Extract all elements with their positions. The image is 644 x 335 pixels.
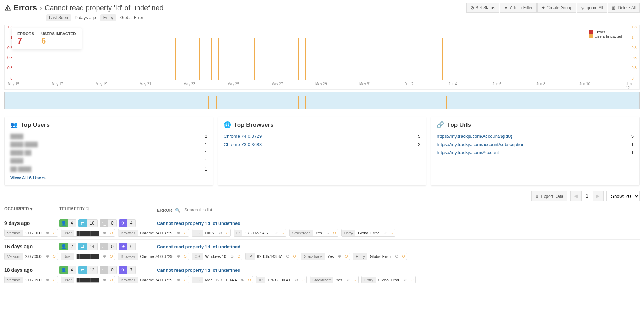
minus-circle-icon[interactable]: ⊖	[51, 276, 58, 283]
col-occurred[interactable]: OCCURRED ▾	[4, 206, 52, 214]
page-size-select[interactable]: Show: 20	[606, 191, 640, 201]
detail-tag: EntryGlobal Error⊕⊖	[361, 276, 416, 283]
chart-plot[interactable]	[13, 25, 629, 80]
plus-circle-icon[interactable]: ⊕	[382, 229, 388, 236]
set-status-button[interactable]: ⊘Set Status	[466, 3, 499, 13]
minus-circle-icon[interactable]: ⊖	[51, 229, 58, 236]
browser-name[interactable]: Chrome 73.0.3683	[224, 142, 262, 147]
url-row[interactable]: https://my.trackjs.com/Account1	[437, 148, 634, 157]
telemetry-badge[interactable]: ›_0	[100, 266, 117, 274]
plus-circle-icon[interactable]: ⊕	[324, 229, 331, 236]
minus-circle-icon[interactable]: ⊖	[300, 276, 306, 283]
plus-circle-icon[interactable]: ⊕	[273, 229, 279, 236]
browser-count: 2	[418, 142, 420, 147]
user-icon: 👤	[59, 243, 68, 250]
error-message-link[interactable]: Cannot read property 'Id' of undefined	[157, 244, 640, 249]
plus-circle-icon[interactable]: ⊕	[44, 276, 51, 283]
minus-circle-icon[interactable]: ⊖	[182, 229, 189, 236]
minus-circle-icon[interactable]: ⊖	[246, 276, 253, 283]
errors-label: ERRORS	[17, 32, 34, 36]
error-message-link[interactable]: Cannot read property 'Id' of undefined	[157, 221, 640, 226]
plus-circle-icon[interactable]: ⊕	[101, 276, 108, 283]
tag-value: Yes	[313, 230, 324, 236]
browser-row[interactable]: Chrome 74.0.37295	[224, 132, 421, 140]
view-all-users-link[interactable]: View All 6 Users	[10, 175, 207, 180]
plus-circle-icon[interactable]: ⊕	[101, 253, 108, 260]
col-telemetry[interactable]: TELEMETRY ⇅	[59, 206, 150, 214]
plus-circle-icon[interactable]: ⊕	[393, 253, 400, 260]
plus-circle-icon[interactable]: ⊕	[175, 276, 182, 283]
plus-circle-icon[interactable]: ⊕	[239, 276, 246, 283]
check-circle-icon: ⊘	[470, 5, 474, 10]
plus-circle-icon[interactable]: ⊕	[175, 253, 182, 260]
minus-circle-icon[interactable]: ⊖	[182, 276, 189, 283]
telemetry-badge[interactable]: ⇄12	[78, 266, 98, 274]
user-row[interactable]: ██ ████1	[10, 165, 207, 173]
telemetry-badge[interactable]: 👤2	[59, 243, 76, 250]
plus-circle-icon[interactable]: ⊕	[44, 253, 51, 260]
url-row[interactable]: https://my.trackjs.com/account/subscript…	[437, 140, 634, 148]
telemetry-badge[interactable]: ✈4	[119, 219, 136, 227]
minus-circle-icon[interactable]: ⊖	[388, 229, 395, 236]
plus-circle-icon[interactable]: ⊕	[229, 253, 235, 260]
minus-circle-icon[interactable]: ⊖	[351, 276, 358, 283]
minus-circle-icon[interactable]: ⊖	[182, 253, 189, 260]
plus-circle-icon[interactable]: ⊕	[402, 276, 409, 283]
plus-circle-icon[interactable]: ⊕	[217, 229, 224, 236]
telemetry-badge[interactable]: ✈7	[119, 266, 136, 274]
minus-circle-icon[interactable]: ⊖	[108, 253, 115, 260]
telemetry-badge[interactable]: ⇄10	[78, 219, 98, 227]
tag-value: Linux	[203, 230, 217, 236]
telemetry-badge[interactable]: ✈6	[119, 243, 136, 250]
minus-circle-icon[interactable]: ⊖	[224, 229, 230, 236]
minus-circle-icon[interactable]: ⊖	[291, 253, 298, 260]
minus-circle-icon[interactable]: ⊖	[108, 276, 115, 283]
minus-circle-icon[interactable]: ⊖	[108, 229, 115, 236]
telemetry-badge[interactable]: ⇄14	[78, 243, 98, 250]
meta-tags: Last Seen 9 days ago Entry Global Error	[46, 14, 640, 21]
minus-circle-icon[interactable]: ⊖	[343, 253, 350, 260]
browser-count: 5	[418, 134, 420, 139]
telemetry-count: 10	[87, 219, 98, 227]
user-row[interactable]: ████ ████1	[10, 140, 207, 148]
plus-circle-icon[interactable]: ⊕	[293, 276, 300, 283]
add-filter-button[interactable]: ▼Add to Filter	[500, 3, 537, 13]
next-page-button[interactable]: ▶	[593, 191, 603, 201]
minus-circle-icon[interactable]: ⊖	[409, 276, 415, 283]
minus-circle-icon[interactable]: ⊖	[400, 253, 407, 260]
plus-circle-icon[interactable]: ⊕	[175, 229, 182, 236]
minus-circle-icon[interactable]: ⊖	[279, 229, 286, 236]
minus-circle-icon[interactable]: ⊖	[331, 229, 338, 236]
plus-circle-icon[interactable]: ⊕	[101, 229, 108, 236]
user-row[interactable]: ████2	[10, 132, 207, 140]
telemetry-badge[interactable]: 👤4	[59, 219, 76, 227]
overview-chart[interactable]	[4, 92, 640, 109]
minus-circle-icon[interactable]: ⊖	[51, 253, 58, 260]
plus-circle-icon[interactable]: ⊕	[336, 253, 343, 260]
tag-key: User	[61, 253, 74, 260]
user-row[interactable]: ████1	[10, 157, 207, 165]
eye-slash-icon: ⦸	[581, 5, 584, 10]
url-text[interactable]: https://my.trackjs.com/Account	[437, 150, 499, 155]
create-group-button[interactable]: ✦Create Group	[537, 3, 577, 13]
plus-circle-icon[interactable]: ⊕	[284, 253, 291, 260]
delete-all-button[interactable]: 🗑Delete All	[608, 3, 640, 13]
url-text[interactable]: https://my.trackjs.com/account/subscript…	[437, 142, 524, 147]
ignore-all-button[interactable]: ⦸Ignore All	[577, 3, 607, 13]
telemetry-badge[interactable]: ›_0	[100, 243, 117, 250]
prev-page-button[interactable]: ◀	[571, 191, 582, 201]
url-row[interactable]: https://my.trackjs.com/Account/${id0}5	[437, 132, 634, 140]
plus-circle-icon[interactable]: ⊕	[44, 229, 51, 236]
user-row[interactable]: ████ ██1	[10, 148, 207, 157]
plus-circle-icon[interactable]: ⊕	[345, 276, 351, 283]
url-text[interactable]: https://my.trackjs.com/Account/${id0}	[437, 134, 512, 139]
error-message-link[interactable]: Cannot read property 'Id' of undefined	[157, 268, 640, 273]
minus-circle-icon[interactable]: ⊖	[235, 253, 242, 260]
browser-name[interactable]: Chrome 74.0.3729	[224, 134, 262, 139]
export-button[interactable]: ⬇Export Data	[531, 191, 567, 201]
search-input[interactable]	[183, 206, 239, 214]
browser-row[interactable]: Chrome 73.0.36832	[224, 140, 421, 148]
telemetry-badge[interactable]: 👤4	[59, 266, 76, 274]
telemetry-badge[interactable]: ›_0	[100, 219, 117, 227]
tag-value: ████████	[74, 253, 101, 260]
